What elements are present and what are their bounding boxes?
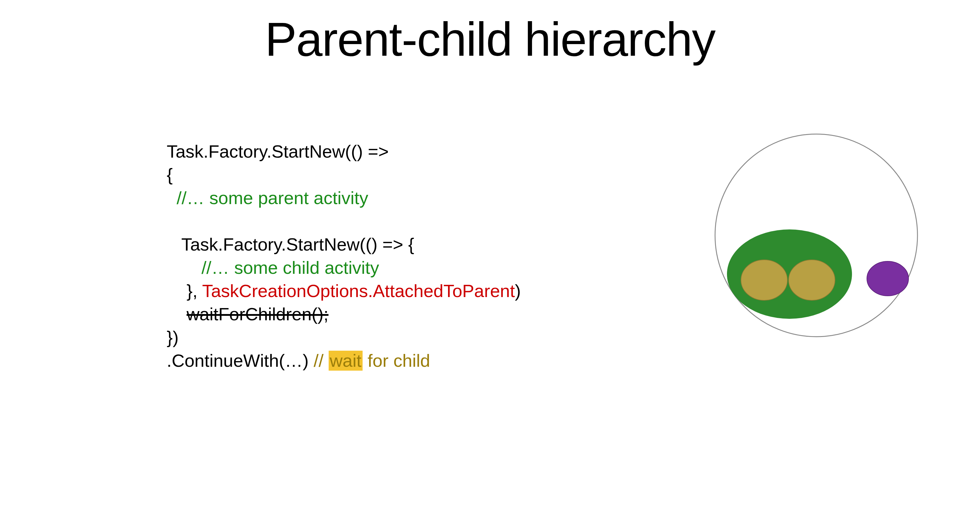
code-line-5: Task.Factory.StartNew(() => { [167, 233, 521, 256]
strikethrough-wait: waitForChildren(); [187, 304, 329, 324]
code-line-1: Task.Factory.StartNew(() => [167, 140, 521, 163]
purple-ellipse-icon [867, 261, 908, 296]
code-line-4 [167, 210, 521, 233]
highlighted-wait: wait [329, 351, 363, 370]
code-line-6: //… some child activity [167, 256, 521, 279]
comment-child-activity: //… some child activity [202, 258, 379, 278]
hierarchy-diagram [697, 131, 935, 341]
gold-ellipse-right-icon [789, 260, 835, 300]
slide-title: Parent-child hierarchy [0, 12, 980, 67]
gold-ellipse-left-icon [741, 260, 788, 300]
code-line-10: .ContinueWith(…) // wait for child [167, 349, 521, 372]
wait-comment: // wait for child [313, 351, 430, 370]
code-line-8: waitForChildren(); [167, 303, 521, 326]
code-line-7: }, TaskCreationOptions.AttachedToParent) [167, 279, 521, 303]
comment-parent-activity: //… some parent activity [177, 188, 368, 208]
code-line-9: }) [167, 326, 521, 349]
code-line-3: //… some parent activity [167, 187, 521, 210]
task-creation-options: TaskCreationOptions.AttachedToParent [202, 281, 515, 301]
code-line-2: { [167, 163, 521, 187]
code-block: Task.Factory.StartNew(() => { //… some p… [167, 140, 521, 372]
